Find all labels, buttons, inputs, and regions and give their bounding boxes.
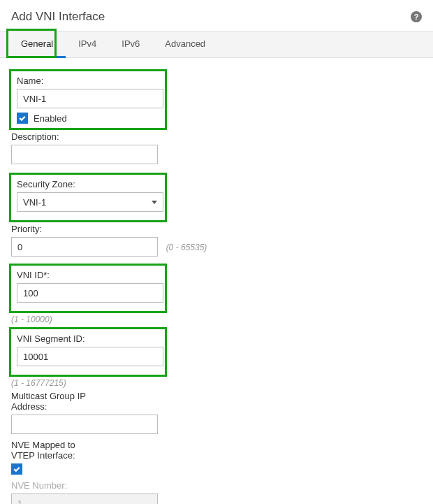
segment-id-hint: (1 - 16777215)	[11, 378, 422, 388]
segment-id-field[interactable]	[17, 347, 163, 366]
nve-number-label: NVE Number:	[11, 480, 422, 491]
priority-label: Priority:	[11, 224, 422, 234]
highlight-box: VNI ID*:	[9, 264, 167, 313]
nve-mapped-label: NVE Mapped to VTEP Interface:	[11, 440, 88, 461]
vni-id-field[interactable]	[17, 283, 163, 303]
security-zone-label: Security Zone:	[17, 179, 159, 189]
nve-mapped-checkbox[interactable]	[11, 463, 22, 475]
segment-id-label: VNI Segment ID:	[17, 333, 159, 344]
check-icon	[18, 114, 27, 122]
security-zone-value: VNI-1	[23, 197, 46, 208]
help-icon[interactable]: ?	[411, 11, 422, 22]
priority-hint: (0 - 65535)	[166, 243, 207, 252]
nve-number-field	[11, 494, 158, 504]
chevron-down-icon	[152, 201, 157, 204]
highlight-box: Security Zone: VNI-1	[9, 173, 167, 222]
tab-general[interactable]: General	[8, 31, 66, 58]
tab-ipv6[interactable]: IPv6	[109, 31, 152, 58]
enabled-label: Enabled	[34, 113, 67, 124]
tab-bar: General IPv4 IPv6 Advanced	[0, 31, 433, 58]
security-zone-select[interactable]: VNI-1	[17, 192, 163, 212]
enabled-checkbox[interactable]	[17, 113, 28, 124]
multicast-label: Multicast Group IP Address:	[11, 391, 95, 412]
tab-ipv4[interactable]: IPv4	[66, 31, 109, 58]
description-field[interactable]	[11, 145, 158, 164]
tab-advanced[interactable]: Advanced	[152, 31, 218, 58]
dialog-title: Add VNI Interface	[11, 10, 105, 24]
priority-field[interactable]	[11, 237, 158, 257]
name-label: Name:	[17, 75, 159, 86]
vni-id-label: VNI ID*:	[17, 270, 159, 280]
highlight-box: VNI Segment ID:	[9, 327, 167, 377]
name-field[interactable]	[17, 89, 163, 108]
description-label: Description:	[11, 131, 422, 142]
highlight-box: Name: Enabled	[9, 69, 167, 130]
multicast-field[interactable]	[11, 415, 158, 434]
check-icon	[13, 465, 21, 473]
vni-id-hint: (1 - 10000)	[11, 315, 422, 324]
